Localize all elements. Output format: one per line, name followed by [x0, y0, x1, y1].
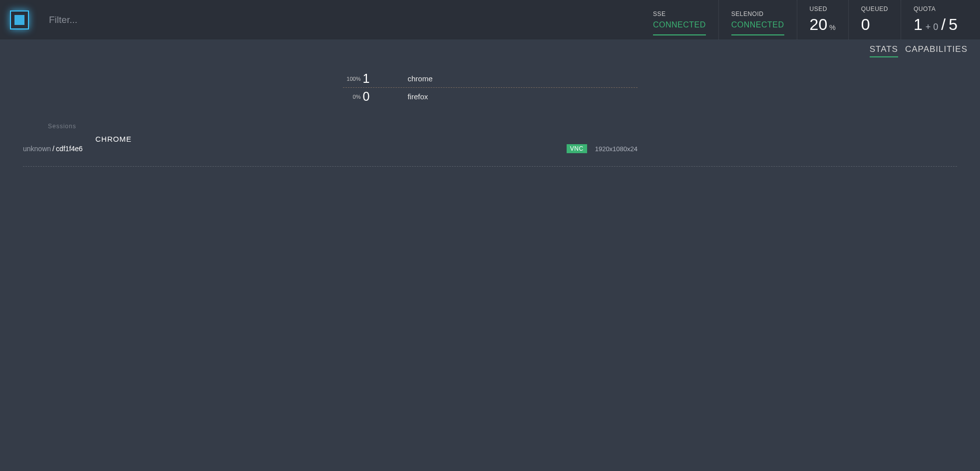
stat-queued-label: QUEUED	[861, 5, 888, 12]
stat-used-label: USED	[810, 5, 836, 12]
session-group: CHROME unknown / cdf1f4e6 VNC 1920x1080x…	[23, 135, 957, 167]
stat-quota: QUOTA 1 + 0 / 5	[901, 0, 970, 39]
stat-selenoid-label: SELENOID	[731, 10, 784, 17]
stat-sse-status: CONNECTED	[653, 20, 706, 35]
stat-queued-value: 0	[861, 15, 870, 34]
stat-selenoid-status: CONNECTED	[731, 20, 784, 35]
session-group-name: CHROME	[95, 135, 957, 143]
stat-quota-pending: + 0	[926, 22, 939, 32]
browser-name: firefox	[408, 92, 428, 101]
nav-tabs: STATS CAPABILITIES	[0, 39, 980, 57]
stat-selenoid: SELENOID CONNECTED	[718, 0, 797, 39]
stat-quota-label: QUOTA	[914, 5, 958, 12]
stat-quota-current: 1	[914, 15, 923, 34]
header-bar: SSE CONNECTED SELENOID CONNECTED USED 20…	[0, 0, 980, 39]
stat-used: USED 20 %	[797, 0, 848, 39]
browser-pct: 100%	[343, 76, 361, 82]
browser-count: 0	[363, 89, 378, 104]
stat-sse: SSE CONNECTED	[641, 0, 718, 39]
browser-row-chrome[interactable]: 100% 1 chrome	[343, 70, 638, 88]
stat-quota-total: 5	[949, 15, 958, 34]
logo-inner-square-icon	[14, 15, 24, 25]
browsers-list: 100% 1 chrome 0% 0 firefox	[343, 70, 638, 105]
session-row[interactable]: unknown / cdf1f4e6 VNC 1920x1080x24	[23, 144, 957, 167]
browser-row-firefox[interactable]: 0% 0 firefox	[343, 88, 638, 105]
session-id: cdf1f4e6	[56, 145, 83, 153]
sessions-heading: Sessions	[48, 123, 980, 130]
session-resolution: 1920x1080x24	[595, 145, 638, 153]
tab-capabilities[interactable]: CAPABILITIES	[905, 44, 968, 57]
header-stats: SSE CONNECTED SELENOID CONNECTED USED 20…	[641, 0, 970, 39]
stat-used-unit: %	[829, 23, 835, 31]
session-separator: /	[52, 145, 54, 153]
filter-input[interactable]	[49, 14, 448, 25]
stat-sse-label: SSE	[653, 10, 706, 17]
browser-count: 1	[363, 71, 378, 86]
stat-used-value: 20	[810, 15, 828, 34]
session-user: unknown	[23, 145, 51, 153]
app-logo-icon[interactable]	[10, 10, 29, 29]
stat-quota-sep: /	[941, 15, 946, 34]
browser-pct: 0%	[343, 94, 361, 100]
tab-stats[interactable]: STATS	[870, 44, 898, 57]
vnc-badge[interactable]: VNC	[567, 144, 587, 153]
stat-queued: QUEUED 0	[848, 0, 901, 39]
browser-name: chrome	[408, 74, 433, 83]
